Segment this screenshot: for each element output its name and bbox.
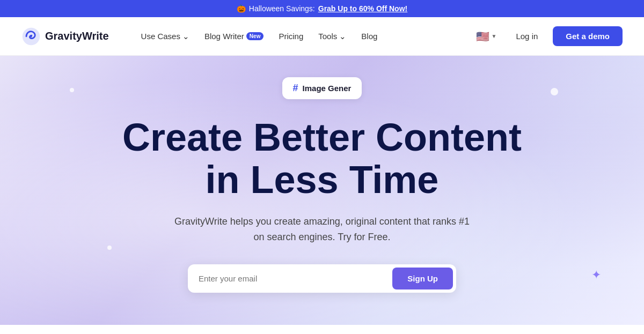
nav-item-tools[interactable]: Tools ⌄ bbox=[312, 27, 353, 46]
signup-button[interactable]: Sign Up bbox=[392, 268, 453, 290]
feature-tag-text: Image Gener bbox=[303, 84, 352, 93]
email-signup-form: Sign Up bbox=[188, 264, 456, 293]
announcement-link[interactable]: Grab Up to 60% Off Now! bbox=[318, 4, 407, 13]
announcement-text: Halloween Savings: bbox=[249, 4, 315, 13]
get-demo-button[interactable]: Get a demo bbox=[553, 26, 623, 46]
decorative-dot-1 bbox=[70, 88, 74, 92]
logo-icon bbox=[21, 27, 41, 46]
chevron-down-icon-lang: ▼ bbox=[492, 33, 497, 39]
announcement-bar: 🎃 Halloween Savings: Grab Up to 60% Off … bbox=[0, 0, 644, 17]
hero-title: Create Better Content in Less Time bbox=[122, 116, 522, 201]
nav-item-use-cases[interactable]: Use Cases ⌄ bbox=[135, 27, 196, 46]
logo-text: GravityWrite bbox=[45, 30, 109, 42]
nav-item-pricing[interactable]: Pricing bbox=[272, 27, 310, 45]
logo[interactable]: GravityWrite bbox=[21, 27, 109, 46]
chevron-down-icon-tools: ⌄ bbox=[339, 32, 346, 41]
feature-tag: # Image Gener bbox=[282, 77, 362, 99]
login-button[interactable]: Log in bbox=[507, 27, 546, 45]
flag-icon: 🇺🇸 bbox=[476, 30, 489, 43]
nav-item-blog-writer[interactable]: Blog Writer New bbox=[198, 27, 270, 45]
nav-right: 🇺🇸 ▼ Log in Get a demo bbox=[472, 26, 623, 46]
decorative-dot-3 bbox=[107, 246, 112, 250]
email-input[interactable] bbox=[199, 274, 392, 283]
hero-section: # Image Gener Create Better Content in L… bbox=[0, 56, 644, 325]
hash-icon: # bbox=[293, 83, 298, 94]
svg-point-1 bbox=[30, 35, 32, 38]
new-badge: New bbox=[246, 32, 264, 40]
nav-item-blog[interactable]: Blog bbox=[355, 27, 384, 45]
star-decoration: ✦ bbox=[591, 268, 601, 282]
nav-links: Use Cases ⌄ Blog Writer New Pricing Tool… bbox=[135, 27, 472, 46]
chevron-down-icon: ⌄ bbox=[182, 32, 189, 41]
decorative-dot-2 bbox=[551, 88, 558, 95]
hero-subtitle: GravityWrite helps you create amazing, o… bbox=[172, 214, 472, 245]
announcement-emoji: 🎃 bbox=[237, 4, 246, 13]
navbar: GravityWrite Use Cases ⌄ Blog Writer New… bbox=[0, 17, 644, 56]
language-selector[interactable]: 🇺🇸 ▼ bbox=[472, 28, 501, 45]
